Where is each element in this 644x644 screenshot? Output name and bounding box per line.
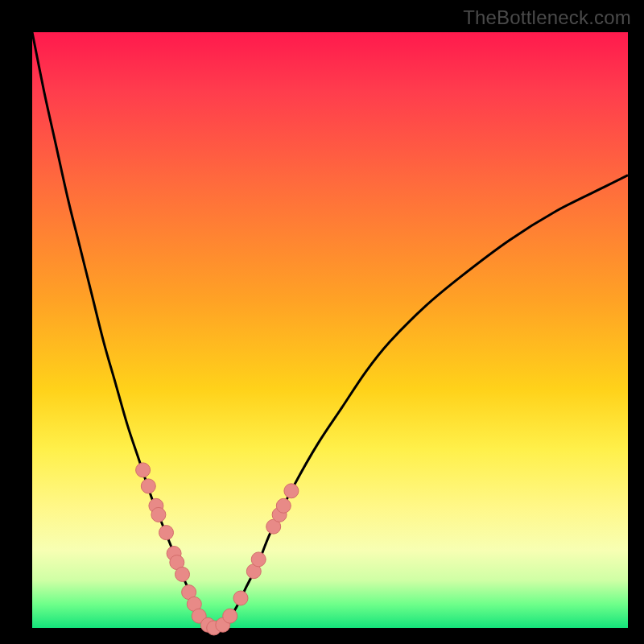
- curve-marker: [175, 567, 190, 581]
- plot-area: [32, 32, 628, 628]
- curve-svg: [32, 32, 628, 628]
- curve-marker: [141, 479, 155, 493]
- curve-marker: [223, 609, 237, 623]
- watermark-text: TheBottleneck.com: [463, 6, 631, 29]
- curve-marker: [284, 484, 299, 498]
- curve-marker: [136, 463, 151, 477]
- curve-marker: [251, 552, 266, 567]
- chart-frame: TheBottleneck.com: [0, 0, 644, 644]
- curve-marker: [276, 498, 291, 513]
- curve-marker: [159, 526, 174, 540]
- bottleneck-curve: [32, 32, 628, 629]
- curve-marker: [151, 507, 166, 522]
- curve-marker: [233, 591, 248, 605]
- marker-group: [136, 463, 299, 635]
